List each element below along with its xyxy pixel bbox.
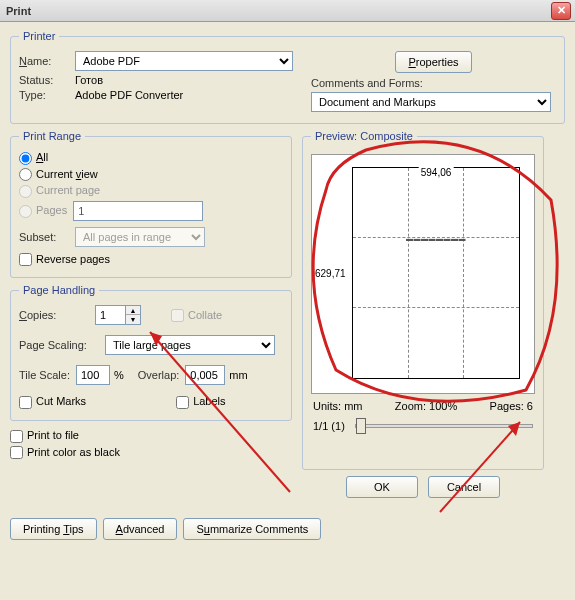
name-label: Name: — [19, 55, 69, 67]
printer-legend: Printer — [19, 30, 59, 42]
radio-current-page: Current page — [19, 184, 100, 198]
print-color-black-check[interactable]: Print color as black — [10, 446, 120, 460]
spin-up-icon[interactable]: ▲ — [126, 306, 140, 315]
tilescale-input[interactable] — [76, 365, 110, 385]
status-label: Status: — [19, 74, 69, 86]
labels-check[interactable]: Labels — [176, 395, 225, 409]
preview-content-text: ▬▬▬▬▬▬▬▬ — [406, 235, 466, 242]
window-title: Print — [6, 5, 31, 17]
print-to-file-check[interactable]: Print to file — [10, 429, 79, 443]
overlap-input[interactable] — [185, 365, 225, 385]
preview-pages: Pages: 6 — [490, 400, 533, 412]
comments-label: Comments and Forms: — [311, 77, 423, 89]
range-legend: Print Range — [19, 130, 85, 142]
page-handling-group: Page Handling Copies: ▲▼ Collate Page Sc… — [10, 284, 292, 421]
properties-button[interactable]: Properties — [395, 51, 471, 73]
subset-label: Subset: — [19, 231, 69, 243]
preview-group: Preview: Composite 594,06 629,71 ▬▬▬▬▬▬▬… — [302, 130, 544, 470]
preview-legend: Preview: Composite — [311, 130, 417, 142]
status-value: Готов — [75, 74, 103, 86]
preview-width: 594,06 — [419, 167, 454, 178]
handling-legend: Page Handling — [19, 284, 99, 296]
radio-current-view[interactable]: Current view — [19, 168, 98, 182]
type-value: Adobe PDF Converter — [75, 89, 183, 101]
cancel-button[interactable]: Cancel — [428, 476, 500, 498]
overlap-label: Overlap: — [138, 369, 180, 381]
reverse-pages-check[interactable]: Reverse pages — [19, 253, 110, 267]
ok-button[interactable]: OK — [346, 476, 418, 498]
close-icon: ✕ — [557, 4, 566, 17]
slider-thumb[interactable] — [356, 418, 366, 434]
summarize-button[interactable]: Summarize Comments — [183, 518, 321, 540]
preview-canvas: 594,06 629,71 ▬▬▬▬▬▬▬▬ — [311, 154, 535, 394]
titlebar: Print ✕ — [0, 0, 575, 22]
preview-slider[interactable] — [355, 424, 533, 428]
collate-check: Collate — [171, 309, 222, 323]
copies-spinner[interactable]: ▲▼ — [95, 305, 141, 325]
printer-group: Printer Name: Adobe PDF Status: Готов Ty… — [10, 30, 565, 124]
preview-units: Units: mm — [313, 400, 363, 412]
preview-zoom: Zoom: 100% — [395, 400, 457, 412]
print-range-group: Print Range All Current view Current pag… — [10, 130, 292, 278]
advanced-button[interactable]: Advanced — [103, 518, 178, 540]
tilescale-unit: % — [114, 369, 124, 381]
copies-label: Copies: — [19, 309, 89, 321]
print-dialog: Print ✕ Printer Name: Adobe PDF Status: — [0, 0, 575, 600]
scaling-label: Page Scaling: — [19, 339, 99, 351]
printer-name-select[interactable]: Adobe PDF — [75, 51, 293, 71]
subset-select: All pages in range — [75, 227, 205, 247]
copies-input[interactable] — [95, 305, 125, 325]
radio-pages: Pages — [19, 204, 67, 218]
pages-input — [73, 201, 203, 221]
spin-down-icon[interactable]: ▼ — [126, 315, 140, 324]
printing-tips-button[interactable]: Printing Tips — [10, 518, 97, 540]
preview-height: 629,71 — [315, 268, 346, 279]
tilescale-label: Tile Scale: — [19, 369, 70, 381]
cutmarks-check[interactable]: Cut Marks — [19, 395, 86, 409]
page-scaling-select[interactable]: Tile large pages — [105, 335, 275, 355]
overlap-unit: mm — [229, 369, 247, 381]
radio-all[interactable]: All — [19, 151, 48, 165]
preview-progress: 1/1 (1) — [313, 420, 345, 432]
comments-select[interactable]: Document and Markups — [311, 92, 551, 112]
type-label: Type: — [19, 89, 69, 101]
close-button[interactable]: ✕ — [551, 2, 571, 20]
